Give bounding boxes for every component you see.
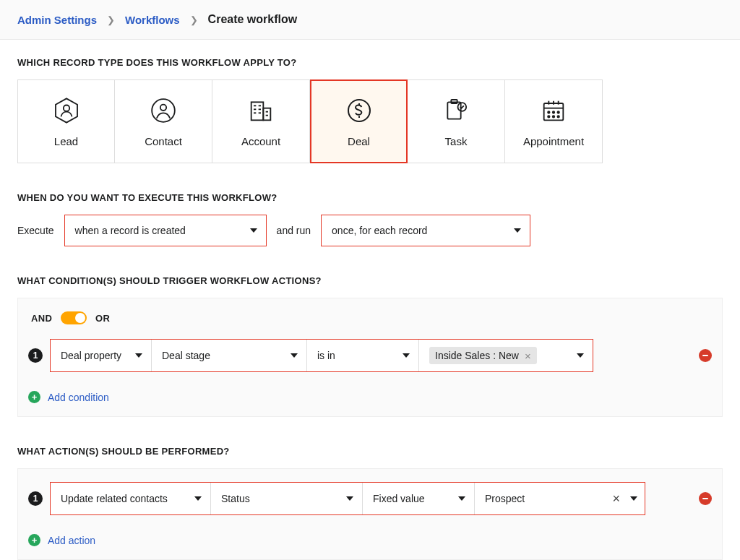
- appointment-icon: [539, 96, 568, 125]
- add-action-label: Add action: [48, 535, 95, 546]
- select-action-value[interactable]: Prospect ×: [475, 483, 645, 514]
- breadcrumb-admin-settings[interactable]: Admin Settings: [17, 14, 97, 26]
- svg-point-28: [548, 116, 550, 118]
- svg-rect-5: [263, 108, 270, 120]
- select-frequency[interactable]: once, for each record: [321, 215, 530, 246]
- section-title-conditions: WHAT CONDITION(S) SHOULD TRIGGER WORKFLO…: [17, 275, 723, 286]
- condition-row: 1 Deal property Deal stage is in: [28, 339, 712, 372]
- label-or: OR: [95, 313, 110, 324]
- select-operator[interactable]: is in: [307, 340, 419, 371]
- conditions-panel: AND OR 1 Deal property Deal stage i: [17, 298, 723, 417]
- record-card-label: Task: [445, 135, 468, 147]
- add-condition-link[interactable]: + Add condition: [28, 387, 712, 416]
- select-value: Fixed value: [373, 493, 425, 504]
- svg-point-29: [553, 116, 555, 118]
- record-card-contact[interactable]: Contact: [115, 79, 212, 163]
- chip-label: Inside Sales : New: [435, 350, 519, 361]
- select-trigger[interactable]: when a record is created: [64, 215, 267, 246]
- record-type-cards: Lead Contact Accoun: [17, 79, 723, 163]
- section-conditions: WHAT CONDITION(S) SHOULD TRIGGER WORKFLO…: [17, 275, 723, 417]
- record-card-task[interactable]: Task: [408, 79, 505, 163]
- breadcrumb-current: Create workflow: [208, 13, 298, 26]
- select-value: Update related contacts: [61, 493, 168, 504]
- record-card-label: Appointment: [523, 135, 584, 147]
- svg-rect-4: [251, 102, 264, 120]
- chevron-right-icon: ❯: [107, 14, 115, 25]
- select-condition-value[interactable]: Inside Sales : New ×: [419, 340, 593, 371]
- select-action-field[interactable]: Status: [211, 483, 363, 514]
- caret-down-icon: [403, 353, 410, 358]
- record-card-lead[interactable]: Lead: [17, 79, 115, 163]
- section-title-actions: WHAT ACTION(S) SHOULD BE PERFORMED?: [17, 446, 723, 457]
- deal-icon: [345, 96, 374, 125]
- lead-icon: [52, 96, 81, 125]
- section-title-execute: WHEN DO YOU WANT TO EXECUTE THIS WORKFLO…: [17, 192, 723, 203]
- section-execute: WHEN DO YOU WANT TO EXECUTE THIS WORKFLO…: [17, 192, 723, 246]
- select-property-type[interactable]: Deal property: [51, 340, 152, 371]
- section-actions: WHAT ACTION(S) SHOULD BE PERFORMED? 1 Up…: [17, 446, 723, 560]
- andor-toggle-row: AND OR: [28, 311, 712, 324]
- action-row: 1 Update related contacts Status Fixed v…: [28, 482, 712, 515]
- caret-down-icon: [291, 353, 298, 358]
- select-value: Status: [221, 493, 250, 504]
- svg-point-1: [63, 105, 69, 111]
- select-action-value-type[interactable]: Fixed value: [363, 483, 475, 514]
- row-number-badge: 1: [28, 491, 43, 506]
- caret-down-icon: [194, 496, 202, 501]
- label-and-run: and run: [277, 225, 311, 236]
- task-icon: [442, 96, 470, 125]
- chip-remove-icon[interactable]: ×: [525, 350, 531, 361]
- value-chip: Inside Sales : New ×: [429, 347, 537, 364]
- plus-icon: +: [28, 391, 40, 403]
- select-value: Deal stage: [162, 350, 210, 361]
- caret-down-icon: [135, 353, 142, 358]
- svg-point-27: [557, 111, 559, 113]
- svg-point-25: [548, 111, 550, 113]
- add-condition-label: Add condition: [48, 392, 109, 403]
- section-title-record-type: WHICH RECORD TYPE DOES THIS WORKFLOW APP…: [17, 57, 723, 68]
- breadcrumb-workflows[interactable]: Workflows: [125, 14, 180, 26]
- record-card-label: Account: [241, 135, 280, 147]
- select-value: Prospect: [485, 493, 525, 504]
- svg-point-26: [553, 111, 555, 113]
- select-property[interactable]: Deal stage: [152, 340, 307, 371]
- row-number-badge: 1: [28, 348, 43, 363]
- andor-toggle[interactable]: [61, 311, 87, 324]
- record-card-deal[interactable]: Deal: [310, 79, 408, 163]
- caret-down-icon: [577, 353, 584, 358]
- condition-group: Deal property Deal stage is in Inside Sa…: [50, 339, 593, 372]
- action-group: Update related contacts Status Fixed val…: [50, 482, 645, 515]
- chevron-right-icon: ❯: [190, 14, 198, 25]
- remove-condition-button[interactable]: [699, 349, 712, 362]
- caret-down-icon: [458, 496, 465, 501]
- svg-point-30: [557, 116, 559, 118]
- record-card-appointment[interactable]: Appointment: [505, 79, 603, 163]
- record-card-label: Contact: [145, 135, 182, 147]
- caret-down-icon: [514, 228, 521, 233]
- add-action-link[interactable]: + Add action: [28, 530, 712, 559]
- record-card-label: Deal: [348, 135, 370, 147]
- contact-icon: [149, 96, 178, 125]
- select-action-type[interactable]: Update related contacts: [51, 483, 211, 514]
- select-trigger-value: when a record is created: [75, 225, 186, 236]
- clear-value-icon[interactable]: ×: [612, 492, 620, 505]
- caret-down-icon: [630, 496, 637, 501]
- select-value: is in: [317, 350, 335, 361]
- plus-icon: +: [28, 534, 40, 546]
- svg-point-3: [160, 104, 166, 110]
- record-card-label: Lead: [54, 135, 78, 147]
- select-frequency-value: once, for each record: [332, 225, 427, 236]
- breadcrumb: Admin Settings ❯ Workflows ❯ Create work…: [0, 0, 740, 40]
- select-value: Deal property: [61, 350, 121, 361]
- remove-action-button[interactable]: [699, 492, 712, 505]
- label-and: AND: [31, 313, 52, 324]
- record-card-account[interactable]: Account: [212, 79, 310, 163]
- section-record-type: WHICH RECORD TYPE DOES THIS WORKFLOW APP…: [17, 57, 723, 163]
- account-icon: [246, 96, 275, 125]
- caret-down-icon: [250, 228, 257, 233]
- caret-down-icon: [346, 496, 353, 501]
- actions-panel: 1 Update related contacts Status Fixed v…: [17, 468, 723, 560]
- label-execute: Execute: [17, 225, 54, 236]
